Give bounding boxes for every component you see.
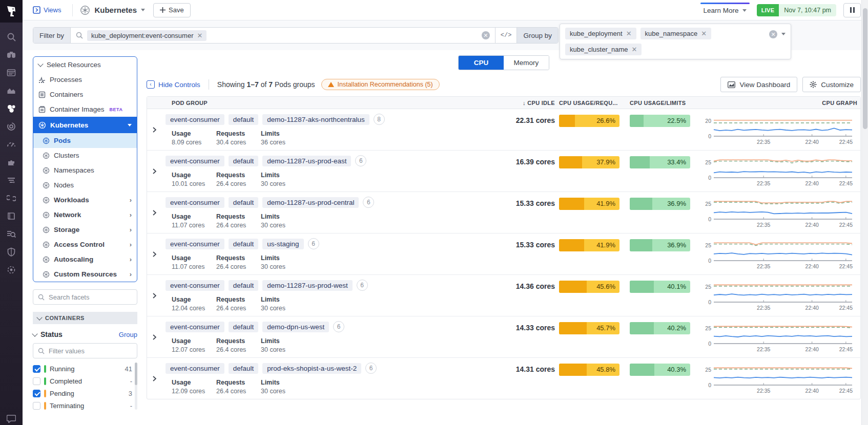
scrollbar-thumb[interactable] bbox=[863, 8, 867, 129]
namespace-pill[interactable]: default bbox=[229, 239, 259, 249]
col-pod-group[interactable]: POD GROUP bbox=[166, 100, 493, 106]
chevron-down-icon[interactable] bbox=[32, 331, 37, 336]
sidebar-item-clusters[interactable]: Clusters bbox=[33, 148, 137, 163]
clear-all-groups-icon[interactable]: ✕ bbox=[769, 30, 777, 38]
cluster-pill[interactable]: demo-11287-aks-northcentralus bbox=[262, 114, 369, 125]
log-search-icon[interactable] bbox=[6, 229, 16, 239]
status-option-running[interactable]: Running41 bbox=[33, 363, 137, 375]
group-by-pill-kube_namespace[interactable]: kube_namespace✕ bbox=[640, 28, 712, 39]
customize-button[interactable]: Customize bbox=[802, 77, 861, 92]
page-scrollbar[interactable] bbox=[861, 0, 868, 425]
sidebar-item-network[interactable]: Network› bbox=[33, 207, 137, 222]
app-selector[interactable]: Kubernetes bbox=[80, 5, 145, 15]
cpu-sparkline-chart[interactable]: 25022:3522:4022:45 bbox=[700, 197, 855, 229]
sidebar-item-namespaces[interactable]: Namespaces bbox=[33, 163, 137, 178]
cpu-usage-limits-bar[interactable]: 40.1% bbox=[630, 281, 690, 293]
org-settings-icon[interactable] bbox=[6, 265, 16, 275]
cpu-usage-requests-bar[interactable]: 45.8% bbox=[559, 364, 619, 376]
cpu-sparkline-chart[interactable]: 25022:3522:4022:45 bbox=[700, 321, 855, 354]
status-option-pending[interactable]: Pending3 bbox=[33, 387, 137, 399]
col-cpu-usage-limits[interactable]: CPU USAGE/LIMITS bbox=[630, 100, 696, 106]
cluster-pill[interactable]: demo-dpn-us-west bbox=[262, 322, 329, 332]
events-icon[interactable] bbox=[6, 68, 16, 78]
col-cpu-graph[interactable]: CPU GRAPH bbox=[700, 100, 860, 106]
integrations-icon[interactable] bbox=[6, 157, 16, 167]
namespace-pill[interactable]: default bbox=[229, 322, 259, 332]
expand-row-chevron-icon[interactable] bbox=[147, 197, 161, 216]
hide-controls-button[interactable]: ‹ Hide Controls bbox=[147, 80, 200, 89]
expand-row-chevron-icon[interactable] bbox=[147, 114, 161, 133]
cpu-usage-limits-bar[interactable]: 36.9% bbox=[630, 239, 690, 251]
watchdog-icon[interactable] bbox=[6, 50, 16, 60]
group-by-pill-kube_deployment[interactable]: kube_deployment✕ bbox=[565, 28, 636, 39]
containers-section-header[interactable]: CONTAINERS bbox=[33, 312, 137, 324]
deployment-pill[interactable]: event-consumer bbox=[166, 156, 224, 166]
cluster-pill[interactable]: demo-11287-us-prod-east bbox=[262, 156, 351, 166]
group-link[interactable]: Group bbox=[119, 331, 137, 338]
cpu-usage-limits-bar[interactable]: 33.4% bbox=[630, 156, 690, 168]
notebooks-icon[interactable] bbox=[6, 211, 16, 221]
tab-memory[interactable]: Memory bbox=[504, 56, 549, 70]
expand-row-chevron-icon[interactable] bbox=[147, 363, 161, 381]
filter-search-input[interactable]: kube_deployment:event-consumer ✕ ✕ bbox=[71, 28, 495, 43]
datadog-logo[interactable] bbox=[0, 0, 23, 23]
sidebar-item-nodes[interactable]: Nodes bbox=[33, 178, 137, 193]
cpu-usage-requests-bar[interactable]: 37.9% bbox=[559, 156, 619, 168]
sidebar-item-pods[interactable]: Pods bbox=[33, 133, 137, 148]
status-option-completed[interactable]: Completed- bbox=[33, 375, 137, 387]
metrics-icon[interactable] bbox=[6, 86, 16, 96]
code-mode-toggle[interactable]: </> bbox=[495, 28, 517, 43]
col-cpu-usage-requests[interactable]: CPU USAGE/REQU... bbox=[559, 100, 626, 106]
remove-pill-icon[interactable]: ✕ bbox=[701, 30, 707, 37]
search-facets-input[interactable]: Search facets bbox=[33, 289, 137, 305]
sidebar-item-kubernetes[interactable]: Kubernetes bbox=[33, 117, 137, 133]
deployment-pill[interactable]: event-consumer bbox=[166, 322, 224, 332]
namespace-pill[interactable]: default bbox=[229, 197, 259, 208]
sidebar-item-workloads[interactable]: Workloads› bbox=[33, 193, 137, 207]
checkbox[interactable] bbox=[33, 402, 40, 410]
expand-row-chevron-icon[interactable] bbox=[147, 238, 161, 257]
search-icon[interactable] bbox=[6, 32, 16, 42]
time-range-control[interactable]: LIVE Nov 7, 10:47 pm bbox=[757, 4, 836, 16]
sidebar-item-containers[interactable]: Containers bbox=[33, 87, 137, 102]
cpu-usage-limits-bar[interactable]: 36.9% bbox=[630, 198, 690, 210]
cpu-usage-limits-bar[interactable]: 40.2% bbox=[630, 322, 690, 334]
sidebar-item-storage[interactable]: Storage› bbox=[33, 222, 137, 237]
cpu-usage-limits-bar[interactable]: 22.5% bbox=[630, 115, 690, 127]
group-by-pill-kube_cluster_name[interactable]: kube_cluster_name✕ bbox=[565, 44, 642, 55]
cluster-pill[interactable]: demo-11287-us-prod-west bbox=[262, 280, 352, 291]
cpu-usage-requests-bar[interactable]: 26.6% bbox=[559, 115, 619, 127]
apm-icon[interactable] bbox=[6, 121, 16, 132]
remove-pill-icon[interactable]: ✕ bbox=[626, 30, 632, 37]
containers-icon[interactable] bbox=[6, 103, 16, 114]
deployment-pill[interactable]: event-consumer bbox=[166, 114, 224, 125]
view-dashboard-button[interactable]: View Dashboard bbox=[720, 77, 797, 92]
remove-pill-icon[interactable]: ✕ bbox=[631, 46, 637, 53]
filter-values-input[interactable]: Filter values bbox=[33, 343, 137, 358]
cpu-usage-requests-bar[interactable]: 45.6% bbox=[559, 281, 619, 293]
cpu-usage-limits-bar[interactable]: 40.3% bbox=[630, 364, 690, 376]
select-resources-header[interactable]: Select Resources bbox=[33, 57, 137, 72]
checkbox[interactable] bbox=[33, 390, 40, 397]
cpu-sparkline-chart[interactable]: 20022:3522:4022:45 bbox=[700, 114, 855, 146]
sidebar-item-custom-resources[interactable]: Custom Resources› bbox=[33, 267, 137, 282]
cpu-usage-requests-bar[interactable]: 41.9% bbox=[559, 198, 619, 210]
cpu-sparkline-chart[interactable]: 25022:3522:4022:45 bbox=[700, 155, 855, 188]
deployment-pill[interactable]: event-consumer bbox=[166, 363, 224, 374]
cpu-usage-requests-bar[interactable]: 45.7% bbox=[559, 322, 619, 334]
cluster-pill[interactable]: us-staging bbox=[262, 239, 303, 249]
security-icon[interactable] bbox=[6, 247, 16, 257]
dashboards-icon[interactable] bbox=[6, 139, 16, 150]
cpu-sparkline-chart[interactable]: 25022:3522:4022:45 bbox=[700, 280, 855, 312]
save-button[interactable]: Save bbox=[153, 3, 191, 17]
views-button[interactable]: Views bbox=[29, 6, 65, 14]
cluster-pill[interactable]: demo-11287-us-prod-central bbox=[262, 197, 359, 208]
tab-cpu[interactable]: CPU bbox=[459, 56, 504, 70]
deployment-pill[interactable]: event-consumer bbox=[166, 239, 224, 249]
checkbox[interactable] bbox=[33, 365, 40, 373]
cpu-usage-requests-bar[interactable]: 41.9% bbox=[559, 239, 619, 251]
pause-button[interactable] bbox=[843, 3, 861, 17]
namespace-pill[interactable]: default bbox=[229, 114, 259, 125]
support-chat-icon[interactable] bbox=[0, 415, 23, 423]
namespace-pill[interactable]: default bbox=[229, 156, 259, 166]
